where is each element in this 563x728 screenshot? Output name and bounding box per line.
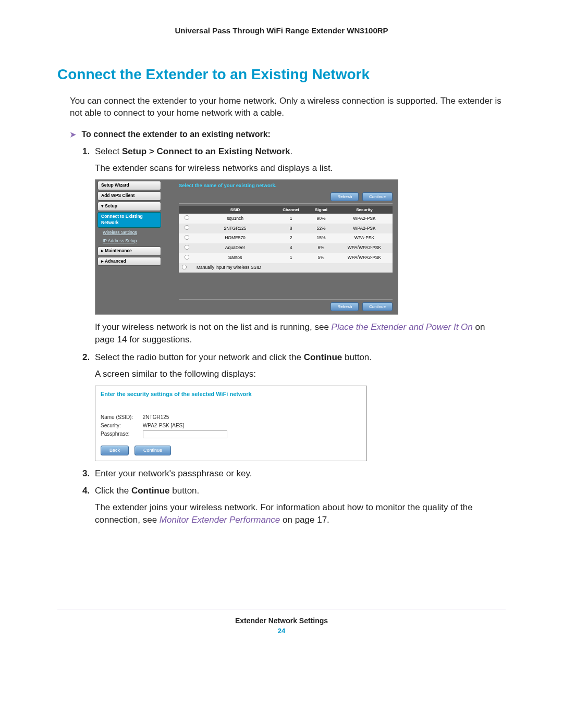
manual-ssid-radio[interactable] <box>182 265 187 269</box>
security-row: Security: WPA2-PSK [AES] <box>101 422 361 429</box>
sidebar: Setup Wizard Add WPS Client ▾ Setup Conn… <box>95 180 163 314</box>
security-prompt: Enter the security settings of the selec… <box>101 390 361 398</box>
cell-security: WPA2-PSK <box>336 214 393 224</box>
col-signal: Signal <box>306 206 336 214</box>
step-4: Click the Continue button. The extender … <box>82 485 506 526</box>
step-4-sub-b: on page 17. <box>280 515 329 525</box>
col-ssid: SSID <box>194 206 276 214</box>
table-row: HOME570 2 15% WPA-PSK <box>179 233 393 243</box>
document-header: Universal Pass Through WiFi Range Extend… <box>57 26 506 35</box>
name-label: Name (SSID): <box>101 414 141 421</box>
security-settings-screenshot: Enter the security settings of the selec… <box>95 386 367 461</box>
step-1-text-prefix: Select <box>95 146 122 156</box>
network-list-screenshot: Setup Wizard Add WPS Client ▾ Setup Conn… <box>95 179 398 315</box>
network-radio[interactable] <box>184 245 189 250</box>
network-table: SSID Channel Signal Security squ1nch 1 <box>179 206 393 273</box>
sidebar-maintenance[interactable]: ▸ Maintenance <box>97 246 161 256</box>
sidebar-wireless-settings[interactable]: Wireless Settings <box>95 229 163 237</box>
cell-signal: 5% <box>306 253 336 263</box>
cell-channel: 1 <box>276 214 306 224</box>
name-value: 2NTGR125 <box>143 414 169 420</box>
cell-ssid: squ1nch <box>194 214 276 224</box>
step-1: Select Setup > Connect to an Existing Ne… <box>82 145 506 346</box>
step-3-text: Enter your network's passphrase or key. <box>95 468 252 478</box>
continue-button-bottom[interactable]: Continue <box>362 302 393 311</box>
continue-button[interactable]: Continue <box>134 446 171 455</box>
step-2: Select the radio button for your network… <box>82 351 506 461</box>
cell-security: WPA2-PSK <box>336 224 393 233</box>
step-1-menu-path: Setup > Connect to an Existing Network <box>122 146 290 156</box>
step-3: Enter your network's passphrase or key. <box>82 467 506 480</box>
step-4-c: button. <box>170 486 200 496</box>
step-4-a: Click the <box>95 486 131 496</box>
step-2-b: Continue <box>304 352 342 362</box>
cell-channel: 2 <box>276 233 306 243</box>
network-radio[interactable] <box>184 215 189 220</box>
network-radio[interactable] <box>184 225 189 230</box>
footer-page-number: 24 <box>57 627 506 635</box>
cell-security: WPA/WPA2-PSK <box>336 243 393 253</box>
step-1-after-text: If your wireless network is not on the l… <box>95 321 506 346</box>
manual-ssid-label: Manually input my wireless SSID <box>194 263 393 273</box>
table-row: Santos 1 5% WPA/WPA2-PSK <box>179 253 393 263</box>
sidebar-ip-address-setup[interactable]: IP Address Setup <box>95 237 163 245</box>
network-radio[interactable] <box>184 255 189 260</box>
cell-signal: 52% <box>306 224 336 233</box>
place-extender-link[interactable]: Place the Extender and Power It On <box>332 322 473 332</box>
sidebar-advanced[interactable]: ▸ Advanced <box>97 257 161 266</box>
step-1-after-a: If your wireless network is not on the l… <box>95 322 332 332</box>
step-1-sub: The extender scans for wireless networks… <box>95 162 506 175</box>
security-label: Security: <box>101 422 141 429</box>
name-row: Name (SSID): 2NTGR125 <box>101 414 361 421</box>
footer-rule <box>57 610 506 610</box>
security-value: WPA2-PSK [AES] <box>143 423 184 428</box>
step-2-a: Select the radio button for your network… <box>95 352 304 362</box>
monitor-performance-link[interactable]: Monitor Extender Performance <box>160 515 280 525</box>
cell-ssid: AquaDeer <box>194 243 276 253</box>
sidebar-setup-wizard[interactable]: Setup Wizard <box>97 181 161 190</box>
continue-button-top[interactable]: Continue <box>362 192 393 201</box>
step-1-text-suffix: . <box>290 146 293 156</box>
step-4-sub: The extender joins your wireless network… <box>95 501 506 526</box>
passphrase-label: Passphrase: <box>101 430 141 438</box>
step-2-sub: A screen similar to the following displa… <box>95 368 506 380</box>
sidebar-add-wps-client[interactable]: Add WPS Client <box>97 191 161 201</box>
cell-ssid: Santos <box>194 253 276 263</box>
section-title: Connect the Extender to an Existing Netw… <box>57 66 506 83</box>
sidebar-setup[interactable]: ▾ Setup <box>97 202 161 211</box>
cell-signal: 6% <box>306 243 336 253</box>
cell-channel: 8 <box>276 224 306 233</box>
cell-channel: 1 <box>276 253 306 263</box>
manual-ssid-row: Manually input my wireless SSID <box>179 263 393 273</box>
cell-ssid: HOME570 <box>194 233 276 243</box>
col-security: Security <box>336 206 393 214</box>
back-button[interactable]: Back <box>101 446 129 455</box>
network-radio[interactable] <box>184 235 189 240</box>
arrow-icon: ➤ <box>70 130 76 139</box>
table-row: squ1nch 1 90% WPA2-PSK <box>179 214 393 224</box>
intro-paragraph: You can connect the extender to your hom… <box>70 95 506 119</box>
task-heading-text: To connect the extender to an existing n… <box>81 130 270 139</box>
refresh-button-bottom[interactable]: Refresh <box>331 302 359 311</box>
step-4-b: Continue <box>131 486 170 496</box>
task-heading: ➤ To connect the extender to an existing… <box>70 130 506 139</box>
table-row: 2NTGR125 8 52% WPA2-PSK <box>179 224 393 233</box>
refresh-button-top[interactable]: Refresh <box>331 192 359 201</box>
col-channel: Channel <box>276 206 306 214</box>
passphrase-row: Passphrase: <box>101 430 361 438</box>
table-row: AquaDeer 4 6% WPA/WPA2-PSK <box>179 243 393 253</box>
cell-ssid: 2NTGR125 <box>194 224 276 233</box>
select-network-prompt: Select the name of your existing network… <box>179 182 393 189</box>
footer-title: Extender Network Settings <box>57 616 506 625</box>
cell-security: WPA/WPA2-PSK <box>336 253 393 263</box>
cell-channel: 4 <box>276 243 306 253</box>
step-2-c: button. <box>342 352 372 362</box>
passphrase-input[interactable] <box>143 430 227 438</box>
sidebar-connect-existing[interactable]: Connect to Existing Network <box>97 212 161 228</box>
cell-signal: 15% <box>306 233 336 243</box>
cell-signal: 90% <box>306 214 336 224</box>
cell-security: WPA-PSK <box>336 233 393 243</box>
